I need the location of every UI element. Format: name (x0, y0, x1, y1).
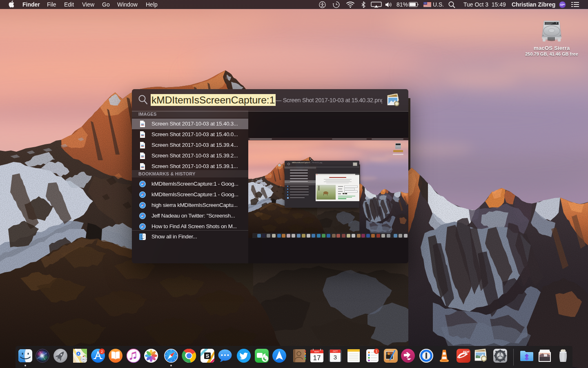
svg-text:3D: 3D (82, 358, 85, 361)
svg-text:MAY: MAY (314, 350, 320, 353)
svg-text:3: 3 (333, 354, 336, 361)
svg-text:17: 17 (313, 354, 321, 362)
svg-text:PDF: PDF (463, 350, 470, 354)
svg-text:OCT: OCT (333, 350, 338, 352)
svg-text:S: S (206, 353, 209, 359)
svg-text:1: 1 (375, 349, 377, 353)
svg-text:2: 2 (101, 349, 103, 354)
